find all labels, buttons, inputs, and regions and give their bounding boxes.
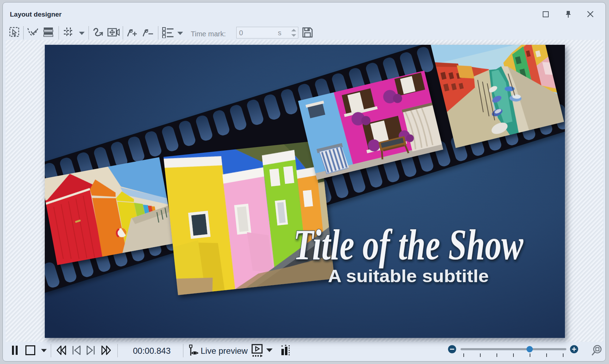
svg-text:A suitable subtitle: A suitable subtitle [328, 266, 489, 286]
svg-text:Title of the Show: Title of the Show [293, 221, 523, 268]
